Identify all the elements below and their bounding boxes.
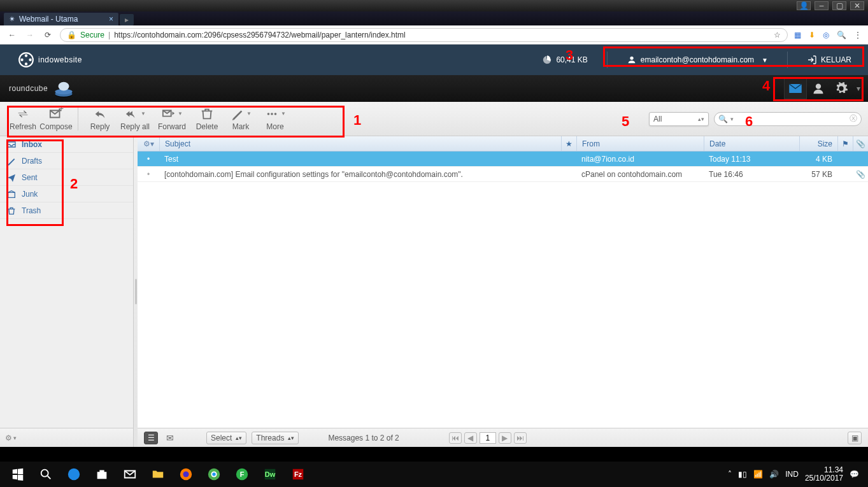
firefox-icon [179,467,193,481]
app-f-button[interactable]: F [228,462,256,487]
col-attachment[interactable]: 📎 [853,136,868,151]
back-icon[interactable]: ← [6,29,18,41]
paperclip-icon: 📎 [856,139,865,148]
page-input[interactable] [480,432,496,444]
annotation-box-3 [603,46,864,67]
ext4-icon[interactable]: 🔍 [837,31,846,39]
url-field[interactable]: 🔒 Secure | https://contohdomain.com:2096… [60,28,788,42]
maximize-icon[interactable]: ▢ [832,1,846,10]
windows-taskbar: F Dw Fz ˄ ▮▯ 📶 🔊 IND 11.34 25/10/2017 💬 [0,462,868,487]
close-icon[interactable]: ✕ [850,1,864,10]
gear-icon: ⚙ [5,434,12,442]
fz-icon: Fz [291,467,305,481]
new-tab-button[interactable]: ▸ [120,14,134,25]
select-menu[interactable]: Select ▴▾ [206,432,246,444]
msg-star[interactable] [561,152,576,166]
last-page-button[interactable]: ⏭ [514,432,527,444]
select-label: Select [211,434,232,442]
ext3-icon[interactable]: ◎ [823,31,829,39]
annotation-label-1: 1 [353,112,361,129]
message-row[interactable]: •[contohdomain.com] Email configuration … [138,167,868,182]
browser-tabs: ✴ Webmail - Utama × ▸ [0,11,868,25]
tray-up-icon[interactable]: ˄ [728,470,732,479]
svg-point-15 [41,470,48,477]
chrome-button[interactable] [200,462,228,487]
edge-button[interactable] [60,462,88,487]
col-subject[interactable]: Subject [159,136,561,151]
svg-point-1 [25,54,27,57]
annotation-label-4: 4 [762,78,770,94]
first-page-button[interactable]: ⏮ [449,432,462,444]
message-row[interactable]: •Testnita@7ion.co.idToday 11:134 KB [138,152,868,167]
column-gear-button[interactable]: ⚙▾ [138,139,159,148]
ext2-icon[interactable]: ⬇ [809,31,815,39]
message-count: Messages 1 to 2 of 2 [328,434,399,442]
mail-app-button[interactable] [116,462,144,487]
clock[interactable]: 11.34 25/10/2017 [805,466,843,483]
next-page-button[interactable]: ▶ [499,432,511,444]
col-flag[interactable]: ⚑ [837,136,853,151]
col-from[interactable]: From [576,136,704,151]
store-button[interactable] [88,462,116,487]
star-icon[interactable]: ☆ [774,31,781,39]
volume-icon[interactable]: 🔊 [769,470,779,479]
dreamweaver-button[interactable]: Dw [256,462,284,487]
annotation-label-3: 3 [566,47,573,64]
folder-settings-button[interactable]: ⚙ ▾ [0,428,133,447]
roundcube-text: roundcube [9,84,48,93]
ext1-icon[interactable]: ▦ [794,31,801,39]
firefox-button[interactable] [172,462,200,487]
battery-icon[interactable]: ▮▯ [738,470,747,479]
system-tray: ˄ ▮▯ 📶 🔊 IND 11.34 25/10/2017 💬 [723,466,864,483]
menu-icon[interactable]: ⋮ [854,31,862,39]
clear-search-icon[interactable]: ⓧ [850,113,857,124]
filezilla-button[interactable]: Fz [284,462,312,487]
msg-attachment-icon: 📎 [853,167,868,181]
col-size[interactable]: Size [799,136,837,151]
tab-close-icon[interactable]: × [109,15,113,24]
read-status-icon: • [138,167,159,181]
threads-menu[interactable]: Threads ▴▾ [252,432,299,444]
wifi-icon[interactable]: 📶 [753,470,763,479]
language-indicator[interactable]: IND [785,470,799,479]
toggle-preview-button[interactable]: ✉ [163,432,177,444]
user-icon[interactable]: 👤 [797,1,811,10]
start-button[interactable] [4,462,32,487]
updown-icon: ▴▾ [698,116,704,122]
chevron-down-icon: ▾ [13,435,17,441]
msg-star[interactable] [561,167,576,181]
svg-point-16 [68,469,80,480]
minimize-icon[interactable]: – [815,1,829,10]
url-text: https://contohdomain.com:2096/cpsess2956… [114,31,406,39]
search-taskbar-button[interactable] [32,462,60,487]
search-input[interactable]: 🔍 ▾ ⓧ [714,112,862,126]
annotation-label-6: 6 [745,113,753,130]
col-star[interactable]: ★ [561,136,576,151]
store-icon [95,467,109,481]
msg-flag[interactable] [837,167,853,181]
annotation-label-5: 5 [622,113,629,130]
lock-icon: 🔒 [67,31,76,39]
expand-preview-button[interactable]: ▣ [848,432,862,444]
annotation-box-1 [7,106,345,138]
column-header: ⚙▾ Subject ★ From Date Size ⚑ 📎 [138,136,868,152]
annotation-label-2: 2 [70,176,78,192]
explorer-button[interactable] [144,462,172,487]
browser-tab[interactable]: ✴ Webmail - Utama × [4,13,118,25]
col-date[interactable]: Date [704,136,799,151]
edge-icon [67,467,81,481]
msg-from: cPanel on contohdomain.com [576,167,704,181]
filter-select[interactable]: All ▴▾ [649,112,709,126]
notifications-icon[interactable]: 💬 [850,470,859,479]
search-chevron-icon[interactable]: ▾ [730,116,734,122]
prev-page-button[interactable]: ◀ [464,432,477,444]
list-view-button[interactable]: ☰ [144,432,158,444]
roundcube-bar: roundcube ▾ [0,75,868,102]
updown-icon: ▴▾ [236,435,242,441]
star-icon: ★ [566,139,573,148]
tab-favicon-icon: ✴ [9,15,15,24]
msg-flag[interactable] [837,152,853,166]
reload-icon[interactable]: ⟳ [42,29,53,41]
msg-from: nita@7ion.co.id [576,152,704,166]
pie-icon [542,55,552,65]
